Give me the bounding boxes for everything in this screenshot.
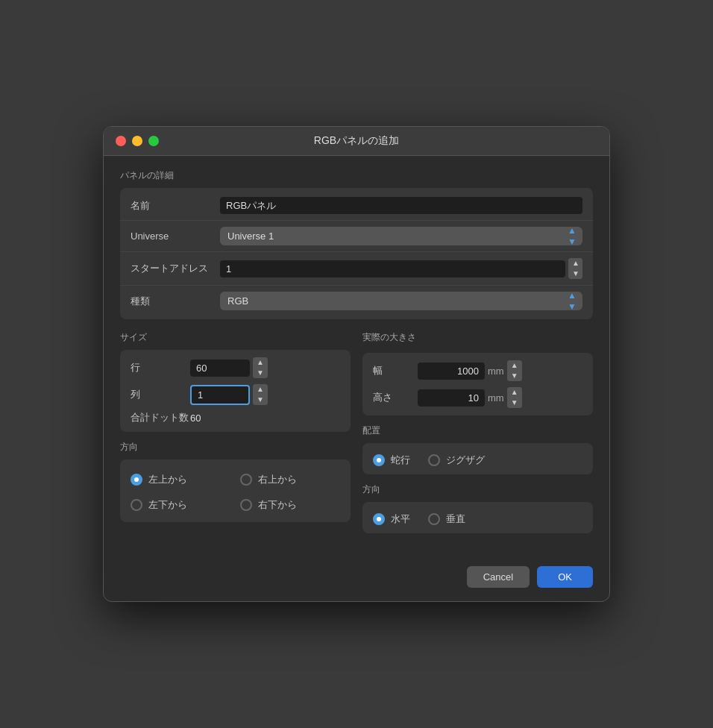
height-input-wrap: mm ▲ ▼	[418, 387, 582, 408]
total-row: 合計ドット数 60	[131, 411, 340, 424]
direction2-horizontal[interactable]: 水平	[373, 512, 410, 526]
arrangement-snake-circle	[373, 454, 385, 466]
col-label: 列	[131, 388, 190, 401]
col-spinner-btns: ▲ ▼	[253, 384, 268, 405]
type-label: 種類	[131, 295, 220, 308]
col-up[interactable]: ▲	[253, 384, 268, 395]
arrangement-zigzag-circle	[428, 454, 440, 466]
arrangement-radio-row: 蛇行 ジグザグ	[373, 454, 582, 467]
total-value: 60	[190, 412, 201, 424]
close-button[interactable]	[116, 136, 126, 146]
maximize-button[interactable]	[148, 136, 159, 146]
row-field: 行 ▲ ▼	[131, 357, 340, 378]
arrangement-zigzag-label: ジグザグ	[446, 454, 485, 467]
start-address-label: スタートアドレス	[131, 262, 220, 275]
start-address-down[interactable]: ▼	[568, 269, 582, 279]
direction-radio-top-right[interactable]: 右上から	[240, 473, 341, 486]
height-up[interactable]: ▲	[507, 387, 522, 398]
row-label: 行	[131, 361, 190, 374]
name-label: 名前	[131, 199, 220, 213]
direction-box: 左上から 右上から 左下から	[120, 459, 351, 522]
width-up[interactable]: ▲	[507, 360, 522, 371]
row-up[interactable]: ▲	[253, 357, 268, 368]
direction-radio-top-left-label: 左上から	[148, 473, 187, 486]
height-label: 高さ	[373, 391, 418, 404]
direction2-vertical-circle	[428, 513, 440, 525]
height-input[interactable]	[418, 389, 485, 407]
arrangement-snake-label: 蛇行	[391, 454, 410, 467]
dialog-title: RGBパネルの追加	[314, 134, 399, 148]
universe-select-wrapper: Universe 1 Universe 2 Universe 3 ▲▼	[220, 227, 582, 245]
traffic-lights	[116, 136, 159, 146]
minimize-button[interactable]	[132, 136, 142, 146]
title-bar: RGBパネルの追加	[104, 127, 609, 156]
panel-details-label: パネルの詳細	[120, 169, 593, 182]
type-select-wrapper: RGB RGBW Pixel ▲▼	[220, 292, 582, 310]
right-col: 実際の大きさ 幅 mm ▲ ▼	[362, 331, 593, 542]
width-input[interactable]	[418, 363, 485, 380]
width-label: 幅	[373, 364, 418, 377]
footer: Cancel OK	[104, 556, 609, 601]
start-address-spinner: ▲ ▼	[220, 258, 582, 279]
type-select[interactable]: RGB RGBW Pixel	[220, 292, 582, 310]
width-unit: mm	[488, 365, 504, 377]
start-address-spinner-btns: ▲ ▼	[568, 258, 582, 279]
size-label: サイズ	[120, 331, 351, 344]
panel-details-box: 名前 Universe Universe 1 Universe 2 Univer…	[120, 188, 593, 319]
direction2-horizontal-label: 水平	[391, 512, 410, 526]
bottom-section: サイズ 行 ▲ ▼	[120, 331, 593, 542]
name-row: 名前	[120, 191, 593, 221]
direction-radio-top-left-circle	[131, 474, 142, 486]
width-spinner-btns: ▲ ▼	[507, 360, 522, 381]
height-down[interactable]: ▼	[507, 398, 522, 408]
width-down[interactable]: ▼	[507, 371, 522, 381]
content: パネルの詳細 名前 Universe Universe 1 Universe 2…	[104, 156, 609, 556]
row-down[interactable]: ▼	[253, 368, 268, 378]
name-input[interactable]	[220, 197, 582, 214]
universe-row: Universe Universe 1 Universe 2 Universe …	[120, 221, 593, 252]
start-address-input[interactable]	[220, 260, 565, 277]
start-address-up[interactable]: ▲	[568, 258, 582, 269]
direction-radio-top-left[interactable]: 左上から	[131, 473, 231, 486]
col-down[interactable]: ▼	[253, 395, 268, 405]
direction-radio-bottom-right[interactable]: 右下から	[240, 498, 341, 512]
direction-radio-bottom-left-circle	[131, 499, 142, 511]
total-label: 合計ドット数	[131, 411, 190, 424]
row-input[interactable]	[190, 360, 250, 377]
arrangement-section-label: 配置	[362, 424, 593, 437]
left-col: サイズ 行 ▲ ▼	[120, 331, 351, 542]
row-input-wrap: ▲ ▼	[190, 357, 340, 378]
direction-radio-bottom-right-label: 右下から	[258, 498, 297, 512]
arrangement-zigzag[interactable]: ジグザグ	[428, 454, 485, 467]
dialog: RGBパネルの追加 パネルの詳細 名前 Universe Universe 1 …	[103, 126, 610, 602]
arrangement-box: 蛇行 ジグザグ	[362, 443, 593, 474]
type-row: 種類 RGB RGBW Pixel ▲▼	[120, 286, 593, 316]
direction-label: 方向	[120, 441, 351, 454]
universe-label: Universe	[131, 230, 220, 242]
row-spinner-btns: ▲ ▼	[253, 357, 268, 378]
height-row: 高さ mm ▲ ▼	[373, 387, 582, 408]
start-address-row: スタートアドレス ▲ ▼	[120, 252, 593, 286]
ok-button[interactable]: OK	[537, 566, 593, 588]
width-row: 幅 mm ▲ ▼	[373, 360, 582, 381]
direction-radio-bottom-right-circle	[240, 499, 252, 511]
size-box: 行 ▲ ▼ 列	[120, 350, 351, 432]
direction2-vertical[interactable]: 垂直	[428, 512, 465, 526]
col-field: 列 ▲ ▼	[131, 384, 340, 405]
actual-size-box: 幅 mm ▲ ▼ 高さ	[362, 353, 593, 415]
actual-size-label: 実際の大きさ	[362, 331, 593, 344]
direction2-radio-row: 水平 垂直	[373, 512, 582, 526]
direction2-horizontal-circle	[373, 513, 385, 525]
universe-select[interactable]: Universe 1 Universe 2 Universe 3	[220, 227, 582, 245]
col-input[interactable]	[190, 385, 250, 405]
direction-radio-bottom-left[interactable]: 左下から	[131, 498, 231, 512]
arrangement-snake[interactable]: 蛇行	[373, 454, 410, 467]
height-spinner-btns: ▲ ▼	[507, 387, 522, 408]
width-input-wrap: mm ▲ ▼	[418, 360, 582, 381]
cancel-button[interactable]: Cancel	[467, 566, 530, 588]
direction-radio-grid: 左上から 右上から 左下から	[131, 473, 340, 512]
direction2-section-label: 方向	[362, 483, 593, 496]
direction2-box: 水平 垂直	[362, 502, 593, 533]
height-unit: mm	[488, 392, 504, 404]
direction2-vertical-label: 垂直	[446, 512, 465, 526]
